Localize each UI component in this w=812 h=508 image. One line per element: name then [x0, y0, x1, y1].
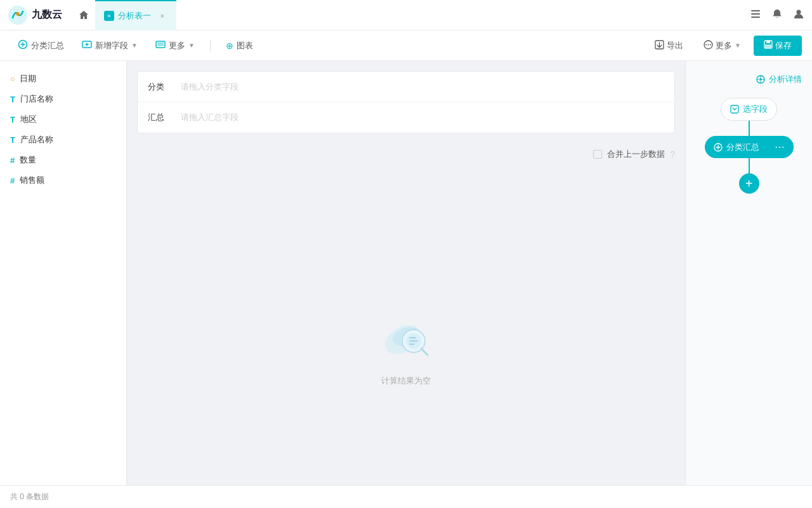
svg-rect-3 — [751, 13, 760, 15]
svg-rect-36 — [731, 105, 738, 113]
svg-rect-2 — [751, 10, 760, 11]
sidebar-item-store-label: 门店名称 — [20, 93, 53, 105]
home-button[interactable] — [72, 4, 95, 27]
merge-area: 合并上一步数据 ? — [137, 144, 675, 165]
svg-line-26 — [421, 349, 428, 355]
export-label: 导出 — [667, 40, 683, 51]
category-label: 分类 — [148, 81, 173, 93]
tab-close-button[interactable]: × — [157, 11, 167, 21]
sidebar-item-product-label: 产品名称 — [20, 134, 53, 145]
analysis-detail-label: 分析详情 — [769, 74, 802, 85]
analysis-tab[interactable]: ≈ 分析表一 × — [95, 0, 176, 30]
svg-rect-20 — [766, 41, 770, 43]
logo: 九数云 — [8, 5, 62, 25]
summary-placeholder: 请拖入汇总字段 — [173, 112, 664, 123]
sidebar: ○ 日期 T 门店名称 T 地区 T 产品名称 # 数量 # 销售额 — [0, 61, 127, 485]
chart-label: 图表 — [237, 40, 253, 51]
summary-label: 汇总 — [148, 112, 173, 123]
add-field-chevron: ▼ — [131, 42, 138, 49]
select-field-node[interactable]: 选字段 — [721, 98, 777, 121]
sidebar-item-date[interactable]: ○ 日期 — [0, 69, 126, 89]
more-label: 更多 — [169, 40, 185, 51]
analysis-detail-button[interactable]: 分析详情 — [686, 69, 812, 90]
empty-state: 计算结果为空 — [137, 175, 675, 475]
category-drop-zone[interactable]: 分类 请拖入分类字段 — [138, 72, 674, 102]
tab-label: 分析表一 — [118, 10, 151, 22]
more-right-label: 更多 — [716, 40, 732, 51]
more-button[interactable]: 更多 ▼ — [148, 36, 202, 55]
sales-type-icon: # — [10, 176, 15, 185]
main-layout: ○ 日期 T 门店名称 T 地区 T 产品名称 # 数量 # 销售额 分类 — [0, 61, 812, 485]
date-type-icon: ○ — [10, 74, 15, 83]
more-right-button[interactable]: 更多 ▼ — [696, 36, 749, 55]
add-node-icon: + — [745, 177, 753, 191]
sidebar-item-sales-label: 销售额 — [20, 175, 44, 186]
svg-point-1 — [16, 12, 20, 16]
bell-icon[interactable] — [771, 8, 783, 22]
chart-button[interactable]: ⊕ 图表 — [218, 36, 261, 55]
more-right-icon — [704, 40, 713, 51]
add-field-icon — [82, 39, 92, 51]
category-placeholder: 请拖入分类字段 — [173, 81, 664, 93]
classify-icon — [18, 39, 28, 51]
drop-zones: 分类 请拖入分类字段 汇总 请拖入汇总字段 — [137, 71, 675, 133]
svg-point-18 — [705, 44, 707, 45]
product-type-icon: T — [10, 135, 15, 145]
save-icon — [764, 40, 773, 51]
svg-point-17 — [710, 44, 711, 45]
toolbar: 分类汇总 新增字段 ▼ 更多 ▼ ⊕ 图表 — [0, 30, 812, 61]
add-field-button[interactable]: 新增字段 ▼ — [74, 36, 145, 55]
svg-rect-4 — [751, 17, 760, 18]
classify-summary-node[interactable]: 分类汇总 ⋯ — [705, 136, 794, 158]
merge-label: 合并上一步数据 — [607, 149, 665, 160]
toolbar-divider — [210, 39, 211, 52]
svg-point-16 — [708, 44, 709, 45]
sidebar-item-region-label: 地区 — [20, 114, 37, 125]
empty-illustration — [368, 302, 444, 365]
store-type-icon: T — [10, 95, 15, 104]
more-chevron: ▼ — [188, 42, 195, 49]
export-button[interactable]: 导出 — [647, 36, 691, 55]
quantity-type-icon: # — [10, 156, 15, 165]
classify-summary-button[interactable]: 分类汇总 — [10, 36, 72, 55]
footer-count: 共 0 条数据 — [10, 491, 49, 502]
logo-label: 九数云 — [32, 8, 62, 22]
sidebar-item-product[interactable]: T 产品名称 — [0, 130, 126, 150]
nav-actions — [750, 8, 804, 22]
merge-checkbox[interactable] — [593, 150, 602, 159]
footer: 共 0 条数据 — [0, 485, 812, 508]
list-icon[interactable] — [750, 8, 761, 22]
panel-flow: 选字段 分类汇总 ⋯ + — [686, 90, 812, 201]
tab-icon: ≈ — [104, 11, 114, 21]
flow-line-2 — [749, 158, 750, 173]
empty-text: 计算结果为空 — [381, 375, 431, 387]
flow-line-1 — [749, 121, 750, 136]
more-right-chevron: ▼ — [735, 42, 741, 49]
sidebar-item-quantity[interactable]: # 数量 — [0, 150, 126, 170]
chart-icon: ⊕ — [226, 41, 233, 51]
summary-drop-zone[interactable]: 汇总 请拖入汇总字段 — [138, 102, 674, 133]
classify-summary-node-label: 分类汇总 — [726, 142, 759, 153]
sidebar-item-sales[interactable]: # 销售额 — [0, 170, 126, 190]
save-label: 保存 — [775, 40, 792, 51]
top-nav: 九数云 ≈ 分析表一 × — [0, 0, 812, 30]
svg-point-31 — [759, 78, 762, 81]
logo-icon — [8, 5, 28, 25]
add-field-label: 新增字段 — [95, 40, 128, 51]
node-more-icon[interactable]: ⋯ — [775, 141, 785, 153]
sidebar-item-date-label: 日期 — [20, 73, 36, 84]
sidebar-item-store[interactable]: T 门店名称 — [0, 89, 126, 109]
save-button[interactable]: 保存 — [754, 36, 802, 56]
content-area: 分类 请拖入分类字段 汇总 请拖入汇总字段 合并上一步数据 ? — [127, 61, 685, 485]
right-panel: 分析详情 选字段 分类汇总 ⋯ — [685, 61, 812, 485]
sidebar-item-region[interactable]: T 地区 — [0, 109, 126, 130]
export-icon — [655, 40, 664, 51]
svg-rect-21 — [765, 44, 771, 48]
user-icon[interactable] — [793, 8, 804, 22]
svg-rect-10 — [156, 41, 165, 48]
more-icon — [155, 39, 166, 51]
add-node-button[interactable]: + — [739, 173, 759, 194]
region-type-icon: T — [10, 115, 15, 124]
sidebar-item-quantity-label: 数量 — [20, 154, 36, 166]
help-icon[interactable]: ? — [670, 149, 675, 159]
